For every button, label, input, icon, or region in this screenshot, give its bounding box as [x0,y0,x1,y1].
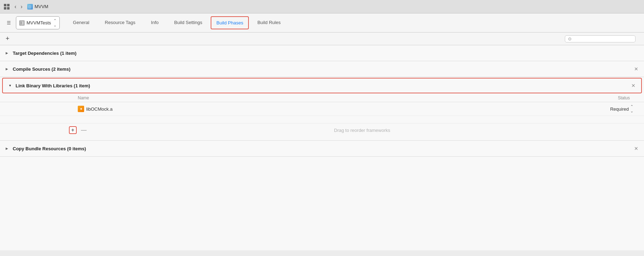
toggle-copy-bundle[interactable]: ▶ [6,147,10,150]
lib-icon-symbol: ✦ [80,107,83,111]
lib-name-label: libOCMock.a [86,106,112,112]
close-compile-sources[interactable]: ✕ [634,66,638,72]
target-selector-chevron: ⌃⌄ [53,18,57,28]
tab-build-settings[interactable]: Build Settings [166,13,210,32]
status-stepper[interactable]: ⌃⌄ [630,104,633,114]
svg-rect-2 [4,7,6,10]
section-header-target-dependencies: ▶ Target Dependencies (1 item) [0,45,644,61]
section-title-target-dependencies: Target Dependencies (1 item) [13,51,76,56]
toolbar: + ⊙ [0,33,644,45]
section-header-compile-sources: ▶ Compile Sources (2 items) ✕ [0,61,644,77]
col-status-label: Status [580,95,633,100]
section-header-copy-bundle: ▶ Copy Bundle Resources (0 items) ✕ [0,141,644,156]
lib-icon: ✦ [78,106,84,112]
project-name-label: MVVM [35,4,48,9]
section-title-link-binary: Link Binary With Libraries (1 item) [16,83,90,88]
table-header: Name Status [0,94,644,102]
project-file-icon: ◫ [27,4,33,10]
tab-bar: ☰ MVVMTests ⌃⌄ General Resource Tags Inf… [0,13,644,33]
table-row: ✦ libOCMock.a Required ⌃⌄ [0,102,644,116]
drag-hint-label: Drag to reorder frameworks [91,128,633,133]
forward-button[interactable]: › [19,3,24,11]
search-icon: ⊙ [568,36,572,41]
close-copy-bundle[interactable]: ✕ [634,146,638,151]
target-name-label: MVVMTests [27,20,51,25]
status-value: Required [610,106,629,112]
section-target-dependencies: ▶ Target Dependencies (1 item) [0,45,644,61]
link-binary-content: Name Status ✦ libOCMock.a Required ⌃⌄ + … [0,94,644,140]
svg-rect-5 [21,22,22,24]
grid-icon[interactable] [4,4,10,10]
tab-build-rules[interactable]: Build Rules [250,13,288,32]
toggle-link-binary[interactable]: ▼ [8,84,13,87]
sidebar-toggle[interactable]: ☰ [4,13,14,32]
content-area: ▶ Target Dependencies (1 item) ▶ Compile… [0,45,644,250]
svg-rect-1 [7,4,10,6]
toggle-target-dependencies[interactable]: ▶ [6,51,10,55]
add-library-button[interactable]: + [69,126,77,134]
svg-rect-3 [7,7,10,10]
section-title-compile-sources: Compile Sources (2 items) [13,66,70,72]
search-box: ⊙ [565,35,636,42]
section-compile-sources: ▶ Compile Sources (2 items) ✕ [0,61,644,77]
tab-info[interactable]: Info [143,13,166,32]
remove-library-button[interactable]: — [80,127,88,133]
tab-general[interactable]: General [65,13,97,32]
target-icon [19,20,25,26]
section-copy-bundle-resources: ▶ Copy Bundle Resources (0 items) ✕ [0,141,644,157]
section-header-link-binary: ▼ Link Binary With Libraries (1 item) ✕ [2,78,642,93]
back-button[interactable]: ‹ [13,3,18,11]
project-title: ◫ MVVM [27,4,48,10]
toggle-compile-sources[interactable]: ▶ [6,67,10,71]
svg-rect-0 [4,4,6,6]
tab-resource-tags[interactable]: Resource Tags [97,13,143,32]
section-title-copy-bundle: Copy Bundle Resources (0 items) [13,146,86,151]
add-phase-button[interactable]: + [4,35,11,42]
tab-build-phases[interactable]: Build Phases [211,16,249,29]
tabs-container: General Resource Tags Info Build Setting… [65,13,644,32]
section-footer-link-binary: + — Drag to reorder frameworks [0,123,644,137]
target-selector[interactable]: MVVMTests ⌃⌄ [16,16,60,29]
row-name: ✦ libOCMock.a [78,106,580,112]
section-link-binary: ▼ Link Binary With Libraries (1 item) ✕ … [0,78,644,141]
close-link-binary[interactable]: ✕ [631,83,636,88]
col-name-label: Name [78,95,580,100]
nav-buttons: ‹ › [13,3,24,11]
row-status: Required ⌃⌄ [580,104,633,114]
title-bar: ‹ › ◫ MVVM [0,0,644,13]
